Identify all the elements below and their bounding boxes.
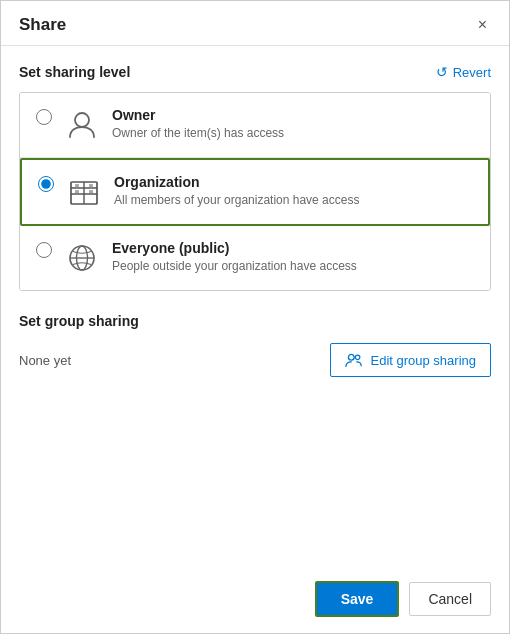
option-owner[interactable]: Owner Owner of the item(s) has access	[20, 93, 490, 158]
cancel-button[interactable]: Cancel	[409, 582, 491, 616]
person-icon	[64, 107, 100, 143]
revert-button[interactable]: ↺ Revert	[436, 64, 491, 80]
sharing-options-box: Owner Owner of the item(s) has access	[19, 92, 491, 291]
everyone-label: Everyone (public)	[112, 240, 474, 256]
edit-group-icon	[345, 351, 363, 369]
svg-rect-7	[75, 190, 79, 193]
radio-everyone[interactable]	[36, 242, 52, 262]
svg-point-12	[349, 354, 355, 360]
edit-group-sharing-button[interactable]: Edit group sharing	[330, 343, 491, 377]
dialog-body: Set sharing level ↺ Revert	[1, 46, 509, 565]
svg-rect-6	[89, 184, 93, 187]
dialog-footer: Save Cancel	[1, 565, 509, 633]
dialog-title: Share	[19, 15, 66, 35]
organization-label: Organization	[114, 174, 472, 190]
organization-desc: All members of your organization have ac…	[114, 193, 472, 207]
revert-label: Revert	[453, 65, 491, 80]
close-button[interactable]: ×	[474, 15, 491, 35]
owner-text: Owner Owner of the item(s) has access	[112, 107, 474, 140]
organization-text: Organization All members of your organiz…	[114, 174, 472, 207]
svg-point-13	[356, 355, 361, 360]
radio-owner[interactable]	[36, 109, 52, 129]
owner-desc: Owner of the item(s) has access	[112, 126, 474, 140]
group-sharing-title: Set group sharing	[19, 313, 491, 329]
svg-rect-8	[89, 190, 93, 193]
everyone-text: Everyone (public) People outside your or…	[112, 240, 474, 273]
globe-icon	[64, 240, 100, 276]
dialog-header: Share ×	[1, 1, 509, 46]
option-everyone[interactable]: Everyone (public) People outside your or…	[20, 226, 490, 290]
share-dialog: Share × Set sharing level ↺ Revert	[0, 0, 510, 634]
everyone-desc: People outside your organization have ac…	[112, 259, 474, 273]
option-organization[interactable]: Organization All members of your organiz…	[20, 158, 490, 226]
none-yet-label: None yet	[19, 353, 71, 368]
group-sharing-row: None yet Edit group sharing	[19, 343, 491, 377]
svg-point-0	[75, 113, 89, 127]
sharing-level-section-header: Set sharing level ↺ Revert	[19, 64, 491, 80]
save-button[interactable]: Save	[315, 581, 400, 617]
radio-organization[interactable]	[38, 176, 54, 196]
org-icon	[66, 174, 102, 210]
owner-label: Owner	[112, 107, 474, 123]
svg-rect-5	[75, 184, 79, 187]
edit-group-label: Edit group sharing	[370, 353, 476, 368]
sharing-level-title: Set sharing level	[19, 64, 130, 80]
revert-icon: ↺	[436, 64, 448, 80]
